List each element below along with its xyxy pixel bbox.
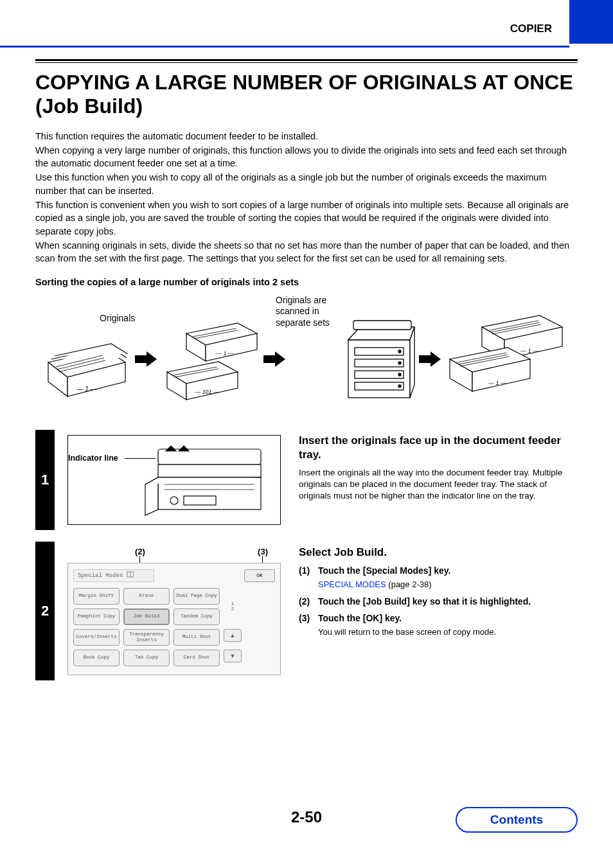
multi-shot-button[interactable]: Multi Shot — [173, 629, 220, 646]
stack-split-icon: — 1 — — 101 — — [161, 314, 263, 411]
step1-figure: Indicator line — [67, 435, 281, 525]
para-3: Use this function when you wish to copy … — [35, 171, 578, 197]
svg-rect-12 — [355, 348, 404, 355]
svg-rect-29 — [158, 465, 261, 477]
svg-rect-13 — [355, 359, 404, 367]
svg-rect-15 — [355, 382, 404, 390]
page-header: COPIER — [0, 22, 613, 38]
svg-point-17 — [398, 362, 401, 364]
svg-rect-11 — [353, 321, 411, 330]
para-5: When scanning originals in sets, divide … — [35, 239, 578, 265]
workflow-diagram: Originals Originals are scanned in separ… — [35, 295, 578, 417]
step1-body: Insert the originals all the way into th… — [299, 467, 578, 502]
callout-2: (2) — [135, 547, 145, 556]
touchscreen-panel: Special Modes OK Margin Shift Erase — [67, 563, 281, 675]
label-separate-sets: Originals are scanned in separate sets — [276, 295, 346, 329]
step2-item-2: (2) Touch the [Job Build] key so that it… — [299, 596, 578, 608]
step1-heading: Insert the originals face up in the docu… — [299, 434, 578, 462]
section-title: COPIER — [510, 22, 552, 35]
book-icon — [127, 571, 134, 580]
diagram-subheading: Sorting the copies of a large number of … — [35, 277, 578, 287]
step2-figure: (2) (3) Special Modes — [67, 547, 281, 675]
svg-point-19 — [398, 385, 401, 387]
step2-item-3-note: You will return to the base screen of co… — [318, 627, 578, 637]
contents-button[interactable]: Contents — [456, 807, 578, 833]
title-rule — [35, 59, 578, 63]
special-modes-label: Special Modes — [78, 572, 123, 579]
special-modes-bar[interactable]: Special Modes — [73, 569, 154, 582]
intro-text: This function requires the automatic doc… — [35, 130, 578, 265]
transparency-inserts-button[interactable]: Transparency Inserts — [123, 629, 170, 646]
header-blue-block — [569, 0, 613, 44]
scroll-up-button[interactable]: ▲ — [224, 629, 242, 642]
ok-button[interactable]: OK — [244, 569, 275, 582]
pamphlet-copy-button[interactable]: Pamphlet Copy — [73, 608, 120, 625]
svg-text:— 101 —: — 101 — — [194, 389, 220, 395]
arrow-icon — [135, 351, 157, 369]
erase-button[interactable]: Erase — [123, 588, 170, 605]
para-1: This function requires the automatic doc… — [35, 130, 578, 143]
svg-text:— 1 —: — 1 — — [520, 348, 539, 354]
tandem-copy-button[interactable]: Tandem Copy — [173, 608, 220, 625]
step-number: 1 — [35, 430, 55, 530]
callout-3: (3) — [258, 547, 268, 556]
step2-item-3: (3) Touch the [OK] key. — [299, 612, 578, 624]
step2-heading: Select Job Build. — [299, 545, 578, 560]
special-modes-link[interactable]: SPECIAL MODES — [318, 580, 386, 589]
special-modes-ref: (page 2-38) — [386, 580, 432, 589]
arrow-icon — [419, 351, 441, 369]
step-1: 1 Indicator line — [35, 430, 578, 530]
svg-point-33 — [170, 497, 178, 504]
svg-text:— 1 —: — 1 — — [215, 350, 235, 357]
covers-inserts-button[interactable]: Covers/Inserts — [73, 629, 120, 646]
stack-output-icon: — 1 — — 1 — — [443, 308, 572, 411]
label-originals: Originals — [100, 313, 135, 323]
stack-originals-icon: — 1 — — [42, 327, 132, 398]
step2-item-1-note: SPECIAL MODES (page 2-38) — [318, 580, 578, 589]
header-rule — [0, 46, 569, 48]
step2-item-1: (1) Touch the [Special Modes] key. — [299, 565, 578, 577]
svg-rect-34 — [184, 496, 216, 505]
tab-copy-button[interactable]: Tab Copy — [123, 650, 170, 666]
copier-machine-icon — [341, 308, 418, 407]
page-title: COPYING A LARGE NUMBER OF ORIGINALS AT O… — [35, 71, 578, 118]
para-4: This function is convenient when you wis… — [35, 199, 578, 238]
arrow-icon — [263, 351, 285, 369]
step-number: 2 — [35, 542, 55, 680]
pager-indicator: 1 2 — [224, 588, 242, 625]
job-build-button[interactable]: Job Build — [123, 608, 170, 625]
svg-point-18 — [398, 373, 401, 376]
scroll-down-button[interactable]: ▼ — [224, 650, 242, 662]
card-shot-button[interactable]: Card Shot — [173, 650, 220, 666]
svg-rect-14 — [355, 371, 404, 378]
step-2: 2 (2) (3) Special Modes — [35, 542, 578, 680]
book-copy-button[interactable]: Book Copy — [73, 650, 120, 666]
para-2: When copying a very large number of orig… — [35, 144, 578, 170]
svg-text:— 1 —: — 1 — — [76, 385, 97, 393]
margin-shift-button[interactable]: Margin Shift — [73, 588, 120, 605]
svg-point-16 — [398, 350, 401, 353]
svg-text:— 1 —: — 1 — — [488, 380, 507, 386]
dual-page-copy-button[interactable]: Dual Page Copy — [173, 588, 220, 605]
